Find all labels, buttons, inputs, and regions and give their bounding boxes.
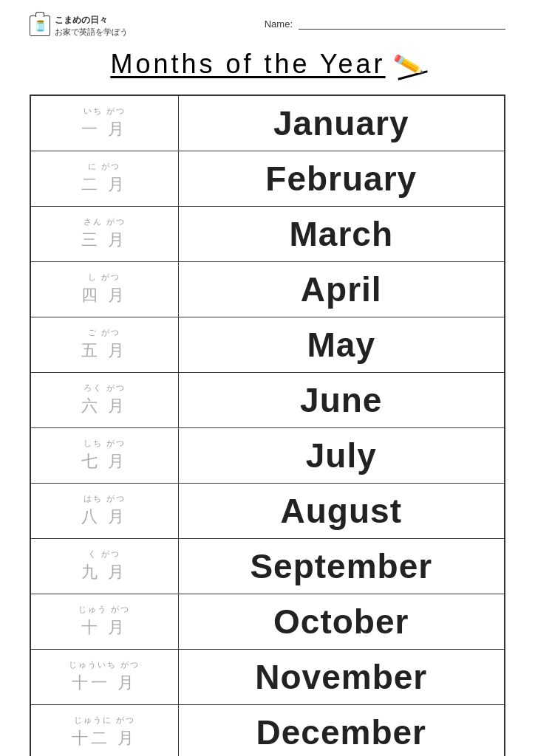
en-cell: October (178, 594, 505, 649)
jp-kanji: 四 月 (38, 284, 171, 306)
jp-cell: じゅうに がつ十二 月 (30, 704, 178, 756)
en-month: May (307, 326, 375, 364)
logo-icon: 🫙 (30, 16, 50, 36)
jp-kanji: 三 月 (38, 229, 171, 251)
name-line[interactable] (299, 18, 505, 30)
jp-kanji: 九 月 (38, 561, 171, 583)
table-row: しち がつ七 月July (30, 427, 505, 483)
en-cell: April (178, 261, 505, 317)
en-cell: November (178, 649, 505, 704)
table-row: はち がつ八 月August (30, 483, 505, 538)
logo-subtitle: お家で英語を学ぼう (55, 27, 128, 37)
en-cell: May (178, 317, 505, 372)
jp-kanji: 八 月 (38, 506, 171, 528)
jp-kanji: 二 月 (38, 173, 171, 196)
jp-kanji: 十一 月 (38, 672, 171, 694)
jp-cell: いち がつ一 月 (30, 95, 178, 151)
table-row: じゅう がつ十 月October (30, 594, 505, 649)
months-table: いち がつ一 月Januaryに がつ二 月Februaryさん がつ三 月Ma… (30, 94, 505, 756)
en-cell: September (178, 538, 505, 594)
logo-area: 🫙 こまめの日々 お家で英語を学ぼう (30, 15, 128, 37)
table-row: いち がつ一 月January (30, 95, 505, 151)
jp-cell: ご がつ五 月 (30, 317, 178, 372)
pencil-icon: ✏️ (392, 48, 428, 80)
en-month: February (265, 159, 417, 198)
en-cell: August (178, 483, 505, 538)
jp-kanji: 五 月 (38, 340, 171, 362)
en-cell: March (178, 206, 505, 261)
en-month: August (281, 492, 402, 530)
jp-reading: はち がつ (38, 493, 171, 504)
table-row: ご がつ五 月May (30, 317, 505, 372)
jp-cell: じゅういち がつ十一 月 (30, 649, 178, 704)
en-month: November (255, 658, 427, 696)
logo-text: こまめの日々 お家で英語を学ぼう (55, 15, 128, 37)
name-field: Name: (265, 18, 505, 30)
jp-reading: しち がつ (38, 438, 171, 449)
jp-cell: し がつ四 月 (30, 261, 178, 317)
jp-reading: ご がつ (38, 327, 171, 338)
jp-cell: じゅう がつ十 月 (30, 594, 178, 649)
en-cell: February (178, 151, 505, 206)
en-month: January (273, 104, 409, 142)
jp-reading: じゅう がつ (38, 604, 171, 615)
jp-reading: いち がつ (38, 106, 171, 117)
jp-reading: し がつ (38, 272, 171, 283)
table-row: に がつ二 月February (30, 151, 505, 206)
table-row: さん がつ三 月March (30, 206, 505, 261)
page-title: Months of the Year ✏️ (30, 49, 505, 80)
table-row: じゅうに がつ十二 月December (30, 704, 505, 756)
jp-reading: に がつ (38, 161, 171, 172)
jp-reading: く がつ (38, 549, 171, 560)
jp-kanji: 十二 月 (38, 727, 171, 749)
en-month: October (273, 602, 409, 641)
jp-reading: さん がつ (38, 216, 171, 227)
jp-reading: じゅうに がつ (38, 715, 171, 726)
jp-cell: さん がつ三 月 (30, 206, 178, 261)
en-month: March (290, 215, 393, 253)
table-row: ろく がつ六 月June (30, 372, 505, 427)
en-cell: July (178, 427, 505, 483)
jp-cell: ろく がつ六 月 (30, 372, 178, 427)
en-month: December (256, 713, 426, 752)
en-cell: January (178, 95, 505, 151)
page-title-text: Months of the Year (110, 49, 385, 80)
jp-reading: ろく がつ (38, 382, 171, 394)
jp-kanji: 七 月 (38, 450, 171, 472)
jp-kanji: 一 月 (38, 118, 171, 140)
logo-title: こまめの日々 (55, 15, 128, 27)
en-cell: June (178, 372, 505, 427)
table-row: く がつ九 月September (30, 538, 505, 594)
table-row: し がつ四 月April (30, 261, 505, 317)
table-row: じゅういち がつ十一 月November (30, 649, 505, 704)
jp-cell: はち がつ八 月 (30, 483, 178, 538)
jp-cell: く がつ九 月 (30, 538, 178, 594)
jp-reading: じゅういち がつ (38, 659, 171, 670)
en-month: April (301, 270, 382, 309)
en-month: July (306, 436, 377, 475)
en-month: June (300, 381, 382, 419)
jp-cell: しち がつ七 月 (30, 427, 178, 483)
jp-kanji: 十 月 (38, 616, 171, 639)
en-cell: December (178, 704, 505, 756)
jp-cell: に がつ二 月 (30, 151, 178, 206)
jp-kanji: 六 月 (38, 395, 171, 417)
en-month: September (250, 547, 432, 585)
name-label: Name: (265, 18, 293, 30)
page-header: 🫙 こまめの日々 お家で英語を学ぼう Name: (30, 15, 505, 37)
